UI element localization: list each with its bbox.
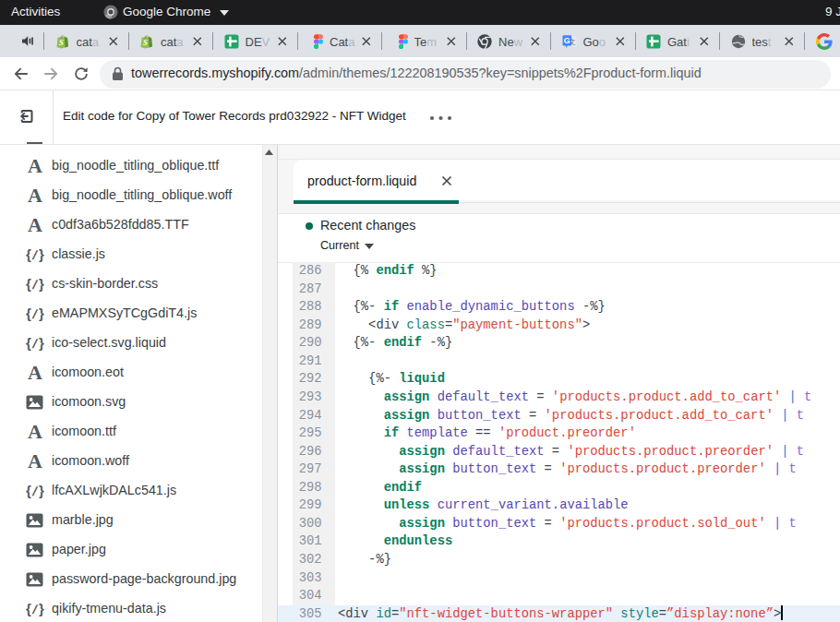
svg-text:S: S bbox=[59, 37, 64, 46]
svg-text:G: G bbox=[563, 36, 570, 45]
svg-text:S: S bbox=[143, 37, 148, 46]
